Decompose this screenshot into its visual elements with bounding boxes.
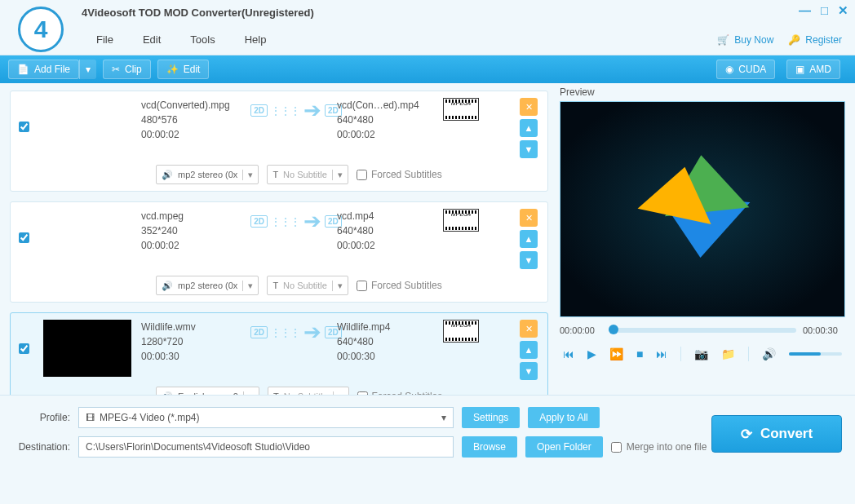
speaker-icon: 🔊	[162, 281, 173, 291]
time-total: 00:00:30	[803, 325, 845, 335]
subtitle-select[interactable]: TNo Subtitle▾	[267, 276, 348, 295]
play-button[interactable]: ▶	[587, 347, 596, 360]
menu-edit[interactable]: Edit	[143, 33, 161, 46]
stop-button[interactable]: ■	[636, 347, 643, 360]
window-title: 4Videosoft TOD MOD Converter(Unregistere…	[82, 7, 314, 19]
buy-now-link[interactable]: 🛒Buy Now	[717, 34, 773, 46]
fast-forward-button[interactable]: ⏩	[609, 347, 623, 360]
audio-track-select[interactable]: 🔊mp2 stereo (0x▾	[156, 165, 259, 184]
file-item[interactable]: vcd(Converted).mpg480*57600:00:02 2D⋮⋮⋮➔…	[10, 91, 548, 192]
preview-video	[560, 101, 845, 317]
speaker-icon: 🔊	[162, 170, 173, 180]
forced-subtitles-checkbox[interactable]	[357, 281, 367, 291]
subtitle-select[interactable]: TNo Subtitle▾	[267, 165, 348, 184]
cart-icon: 🛒	[717, 34, 729, 46]
bottom-panel: Profile: 🎞 MPEG-4 Video (*.mp4) Settings…	[0, 395, 855, 488]
add-file-icon: 📄	[17, 64, 29, 75]
cuda-button[interactable]: ◉CUDA	[716, 60, 775, 79]
preview-placeholder-icon	[645, 148, 760, 263]
profile-label: Profile:	[13, 412, 70, 423]
settings-button[interactable]: Settings	[462, 407, 520, 428]
text-icon: T	[272, 281, 278, 290]
file-item[interactable]: Wildlife.wmv1280*72000:00:30 2D⋮⋮⋮➔2D Wi…	[10, 312, 548, 395]
audio-track-select[interactable]: 🔊mp2 stereo (0x▾	[156, 276, 259, 295]
toolbar: 📄Add File ▾ ✂Clip ✨Edit ◉CUDA ▣AMD	[0, 55, 855, 83]
time-current: 00:00:00	[560, 325, 602, 335]
titlebar: 4 4Videosoft TOD MOD Converter(Unregiste…	[0, 0, 855, 24]
minimize-icon[interactable]: —	[799, 3, 811, 18]
nvidia-icon: ◉	[725, 64, 733, 75]
file-thumbnail	[43, 320, 131, 377]
move-up-button[interactable]: ▲	[520, 230, 538, 248]
forced-subtitles-label: Forced Subtitles	[371, 280, 442, 291]
remove-item-button[interactable]: ✕	[520, 209, 538, 227]
menu-tools[interactable]: Tools	[190, 33, 215, 46]
destination-input[interactable]: C:\Users\Florin\Documents\4Videosoft Stu…	[78, 436, 454, 458]
profile-select[interactable]: 🎞 MPEG-4 Video (*.mp4)	[78, 407, 454, 428]
file-checkbox[interactable]	[19, 232, 29, 243]
forced-subtitles-checkbox[interactable]	[357, 170, 367, 180]
file-thumbnail	[43, 98, 131, 155]
conversion-arrow: 2D⋮⋮⋮➔2D	[255, 98, 337, 123]
scissors-icon: ✂	[112, 64, 120, 75]
amd-button[interactable]: ▣AMD	[786, 60, 840, 79]
move-up-button[interactable]: ▲	[520, 341, 538, 359]
subtitle-select[interactable]: TNo Subtitle▾	[268, 387, 349, 395]
source-meta: Wildlife.wmv1280*72000:00:30	[141, 320, 255, 364]
seek-slider[interactable]	[609, 328, 796, 333]
app-logo: 4	[18, 7, 64, 52]
file-checkbox[interactable]	[19, 122, 29, 132]
source-meta: vcd(Converted).mpg480*57600:00:02	[141, 98, 255, 142]
destination-label: Destination:	[13, 441, 70, 453]
remove-item-button[interactable]: ✕	[520, 98, 538, 116]
forced-subtitles-label: Forced Subtitles	[371, 169, 442, 180]
codec-badge: MPEG4	[443, 320, 479, 343]
clip-button[interactable]: ✂Clip	[103, 60, 151, 79]
source-meta: vcd.mpeg352*24000:00:02	[141, 209, 255, 253]
convert-button[interactable]: ⟳Convert	[711, 415, 842, 453]
conversion-arrow: 2D⋮⋮⋮➔2D	[255, 209, 337, 234]
open-folder-button[interactable]: Open Folder	[525, 436, 603, 458]
apply-to-all-button[interactable]: Apply to All	[528, 407, 599, 428]
merge-checkbox[interactable]	[611, 442, 622, 453]
menu-help[interactable]: Help	[245, 33, 267, 46]
merge-label: Merge into one file	[627, 441, 707, 453]
menubar: File Edit Tools Help 🛒Buy Now 🔑Register	[0, 24, 855, 55]
snapshot-button[interactable]: 📷	[694, 347, 708, 360]
add-file-dropdown[interactable]: ▾	[79, 60, 96, 79]
output-meta: Wildlife.mp4640*48000:00:30	[337, 320, 443, 364]
remove-item-button[interactable]: ✕	[520, 320, 538, 338]
move-down-button[interactable]: ▼	[520, 251, 538, 269]
close-icon[interactable]: ✕	[838, 3, 848, 18]
volume-icon[interactable]: 🔊	[762, 347, 776, 360]
next-button[interactable]: ⏭	[656, 347, 667, 360]
move-down-button[interactable]: ▼	[520, 362, 538, 380]
file-list: vcd(Converted).mpg480*57600:00:02 2D⋮⋮⋮➔…	[10, 83, 555, 395]
refresh-icon: ⟳	[741, 426, 752, 443]
codec-badge: MPEG4	[443, 209, 479, 232]
amd-icon: ▣	[795, 64, 804, 75]
maximize-icon[interactable]: □	[821, 3, 828, 18]
prev-button[interactable]: ⏮	[563, 347, 574, 360]
move-down-button[interactable]: ▼	[520, 140, 538, 158]
output-meta: vcd(Con…ed).mp4640*48000:00:02	[337, 98, 443, 142]
key-icon: 🔑	[788, 34, 800, 46]
open-snapshot-folder-button[interactable]: 📁	[721, 347, 735, 360]
film-icon: 🎞	[86, 413, 95, 422]
register-link[interactable]: 🔑Register	[788, 34, 842, 46]
preview-label: Preview	[560, 86, 845, 98]
edit-button[interactable]: ✨Edit	[157, 60, 210, 79]
codec-badge: MPEG4	[443, 98, 479, 121]
conversion-arrow: 2D⋮⋮⋮➔2D	[255, 320, 337, 345]
move-up-button[interactable]: ▲	[520, 119, 538, 137]
output-meta: vcd.mp4640*48000:00:02	[337, 209, 443, 253]
menu-file[interactable]: File	[96, 33, 113, 46]
audio-track-select[interactable]: 🔊English wmav2▾	[156, 387, 259, 395]
file-thumbnail	[43, 209, 131, 266]
file-item[interactable]: vcd.mpeg352*24000:00:02 2D⋮⋮⋮➔2D vcd.mp4…	[10, 201, 548, 303]
add-file-button[interactable]: 📄Add File	[8, 60, 79, 79]
volume-slider[interactable]	[789, 352, 842, 356]
file-checkbox[interactable]	[19, 343, 29, 354]
browse-button[interactable]: Browse	[462, 436, 517, 458]
wand-icon: ✨	[166, 64, 179, 75]
